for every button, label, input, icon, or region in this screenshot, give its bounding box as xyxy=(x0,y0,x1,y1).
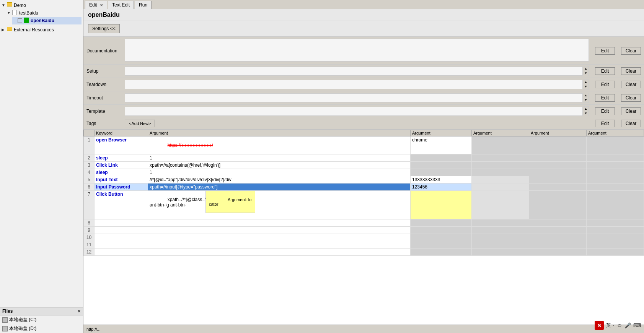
keyword-cell[interactable] xyxy=(95,234,148,241)
timeout-input[interactable] xyxy=(125,93,583,102)
arg-cell[interactable] xyxy=(587,169,644,176)
arg-cell[interactable] xyxy=(529,136,587,154)
arg-cell[interactable] xyxy=(587,249,644,256)
arg-cell[interactable] xyxy=(529,219,587,227)
arg-cell[interactable] xyxy=(472,154,529,162)
arg-cell[interactable]: xpath=//input[@type="password"] xyxy=(148,184,411,191)
tab-edit[interactable]: Edit ✕ xyxy=(85,1,107,9)
table-row[interactable]: 11 xyxy=(84,241,644,249)
arg-cell[interactable] xyxy=(472,219,529,227)
teardown-spin-up[interactable]: ▲ xyxy=(583,80,589,84)
arg-cell[interactable] xyxy=(587,191,644,219)
teardown-input[interactable] xyxy=(125,80,583,89)
arg-cell[interactable] xyxy=(529,241,587,249)
arg-cell[interactable] xyxy=(411,162,472,169)
keyword-cell[interactable]: Click Link xyxy=(95,162,148,169)
arg-cell[interactable]: xpath=//*[@class="aant-btn-lg ant-btn- A… xyxy=(148,191,411,219)
template-spin-down[interactable]: ▼ xyxy=(583,111,589,116)
files-close-button[interactable]: ✕ xyxy=(77,309,81,314)
arg-cell[interactable] xyxy=(587,184,644,191)
table-row[interactable]: 6 Input Password xpath=//input[@type="pa… xyxy=(84,184,644,191)
keyword-cell[interactable] xyxy=(95,219,148,227)
arg-cell[interactable] xyxy=(587,234,644,241)
sidebar-item-testbaidu[interactable]: ▼ testBaidu xyxy=(7,9,82,17)
drive-c[interactable]: 本地磁盘 (C:) xyxy=(0,315,83,324)
tab-text-edit[interactable]: Text Edit xyxy=(108,1,134,9)
template-edit-button[interactable]: Edit xyxy=(595,107,615,115)
timeout-spin-up[interactable]: ▲ xyxy=(583,93,589,98)
keyword-cell[interactable] xyxy=(95,227,148,234)
template-spin-up[interactable]: ▲ xyxy=(583,107,589,111)
arg-cell[interactable] xyxy=(529,154,587,162)
arg-cell[interactable] xyxy=(472,234,529,241)
sidebar-item-external-resources[interactable]: ▶ External Resources xyxy=(2,26,82,34)
arg-cell[interactable]: 1 xyxy=(148,154,411,162)
arg-cell[interactable] xyxy=(587,176,644,184)
setup-input[interactable] xyxy=(125,67,583,76)
arg-cell[interactable] xyxy=(472,169,529,176)
keyword-cell[interactable]: Click Button xyxy=(95,191,148,219)
arg-cell[interactable] xyxy=(529,169,587,176)
arg-cell[interactable] xyxy=(148,241,411,249)
arg-cell[interactable] xyxy=(411,191,472,219)
expander-icon[interactable]: ▼ xyxy=(2,3,6,8)
arg-cell[interactable] xyxy=(529,184,587,191)
teardown-clear-button[interactable]: Clear xyxy=(621,81,641,88)
documentation-clear-button[interactable]: Clear xyxy=(621,47,641,55)
setup-clear-button[interactable]: Clear xyxy=(621,67,641,75)
arg-cell[interactable]: 13333333333 xyxy=(411,176,472,184)
table-row[interactable]: 10 xyxy=(84,234,644,241)
arg-cell[interactable] xyxy=(148,219,411,227)
keyword-cell[interactable] xyxy=(95,241,148,249)
arg-cell[interactable] xyxy=(529,249,587,256)
timeout-clear-button[interactable]: Clear xyxy=(621,94,641,102)
arg-cell[interactable]: xpath=//a[contains(@href,'#/login')] xyxy=(148,162,411,169)
setup-spin-up[interactable]: ▲ xyxy=(583,67,589,71)
teardown-spin-down[interactable]: ▼ xyxy=(583,84,589,89)
arg-cell[interactable] xyxy=(587,219,644,227)
keyword-cell[interactable]: sleep xyxy=(95,154,148,162)
arg-cell[interactable] xyxy=(587,154,644,162)
arg-cell[interactable] xyxy=(472,191,529,219)
arg-cell[interactable] xyxy=(411,154,472,162)
setup-edit-button[interactable]: Edit xyxy=(595,67,615,75)
arg-cell[interactable]: 1 xyxy=(148,169,411,176)
add-new-tag-button[interactable]: <Add New> xyxy=(125,120,155,127)
keyword-cell[interactable]: open Browser xyxy=(95,136,148,154)
arg-cell[interactable] xyxy=(411,219,472,227)
table-row[interactable]: 1 open Browser https://●●●●●●●●●●●/ chro… xyxy=(84,136,644,154)
sidebar-item-demo[interactable]: ▼ Demo xyxy=(2,2,82,9)
arg-cell[interactable]: chrome xyxy=(411,136,472,154)
arg-cell[interactable]: 123456 xyxy=(411,184,472,191)
arg-cell[interactable] xyxy=(472,176,529,184)
arg-cell[interactable] xyxy=(472,227,529,234)
expander-icon[interactable]: ▼ xyxy=(7,11,11,15)
documentation-edit-button[interactable]: Edit xyxy=(595,47,615,55)
table-row[interactable]: 2 sleep 1 xyxy=(84,154,644,162)
timeout-spin-down[interactable]: ▼ xyxy=(583,98,589,102)
arg-cell[interactable] xyxy=(587,162,644,169)
arg-cell[interactable] xyxy=(472,241,529,249)
expander-icon[interactable]: ▶ xyxy=(2,28,6,32)
arg-cell[interactable]: //*[@id="app"]/div/div/div/div[3]/div[2]… xyxy=(148,176,411,184)
keyword-cell[interactable]: Input Text xyxy=(95,176,148,184)
arg-cell[interactable] xyxy=(148,249,411,256)
arg-cell[interactable] xyxy=(587,227,644,234)
drive-d[interactable]: 本地磁盘 (D:) xyxy=(0,324,83,333)
arg-cell[interactable]: https://●●●●●●●●●●●/ xyxy=(148,136,411,154)
sogou-icon[interactable]: S xyxy=(595,321,604,330)
arg-cell[interactable] xyxy=(472,136,529,154)
arg-cell[interactable] xyxy=(148,227,411,234)
arg-cell[interactable] xyxy=(148,234,411,241)
template-input[interactable] xyxy=(125,107,583,116)
teardown-edit-button[interactable]: Edit xyxy=(595,81,615,88)
table-row[interactable]: 3 Click Link xpath=//a[contains(@href,'#… xyxy=(84,162,644,169)
table-row[interactable]: 8 xyxy=(84,219,644,227)
settings-button[interactable]: Settings << xyxy=(88,24,120,33)
arg-cell[interactable] xyxy=(529,191,587,219)
arg-cell[interactable] xyxy=(472,162,529,169)
timeout-edit-button[interactable]: Edit xyxy=(595,94,615,102)
sidebar-item-openbaidu[interactable]: openBaidu xyxy=(12,17,82,24)
tags-edit-button[interactable]: Edit xyxy=(595,120,615,127)
table-row[interactable]: 4 sleep 1 xyxy=(84,169,644,176)
